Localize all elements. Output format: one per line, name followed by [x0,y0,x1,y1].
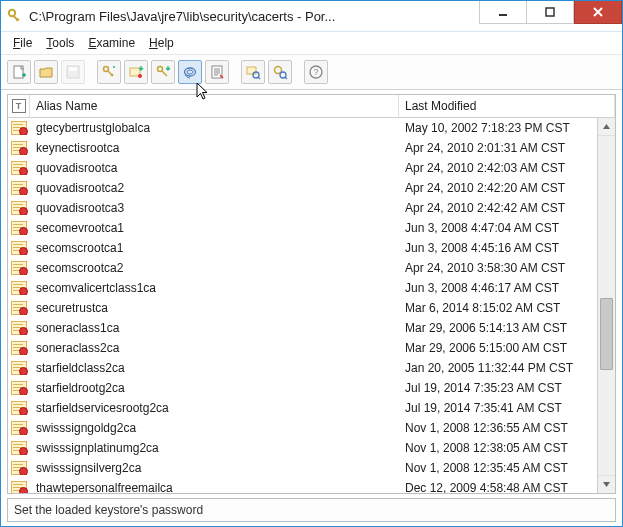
modified-cell: Mar 6, 2014 8:15:02 AM CST [399,301,615,315]
modified-cell: Mar 29, 2006 5:15:00 AM CST [399,341,615,355]
table-row[interactable]: soneraclass2caMar 29, 2006 5:15:00 AM CS… [8,338,615,358]
modified-cell: Apr 24, 2010 2:42:42 AM CST [399,201,615,215]
maximize-button[interactable] [526,1,574,24]
entry-icon [8,321,30,335]
set-password-button[interactable] [178,60,202,84]
vertical-scrollbar[interactable] [597,118,615,493]
entry-icon [8,361,30,375]
table-row[interactable]: soneraclass1caMar 29, 2006 5:14:13 AM CS… [8,318,615,338]
svg-point-13 [185,68,196,76]
save-keystore-button[interactable] [61,60,85,84]
keystore-report-button[interactable] [205,60,229,84]
certificate-icon [11,441,27,455]
modified-cell: Nov 1, 2008 12:38:05 AM CST [399,441,615,455]
table-row[interactable]: secomvalicertclass1caJun 3, 2008 4:46:17… [8,278,615,298]
entry-icon [8,121,30,135]
new-keystore-button[interactable] [7,60,31,84]
modified-cell: Dec 12, 2009 4:58:48 AM CST [399,481,615,493]
alias-cell: quovadisrootca2 [30,181,399,195]
certificate-icon [11,361,27,375]
svg-point-12 [158,67,163,72]
table-row[interactable]: starfieldrootg2caJul 19, 2014 7:35:23 AM… [8,378,615,398]
certificate-icon [11,401,27,415]
entry-icon [8,421,30,435]
svg-rect-5 [14,66,23,78]
column-modified[interactable]: Last Modified [399,95,615,117]
menu-file[interactable]: File [7,34,38,52]
status-bar: Set the loaded keystore's password [7,498,616,522]
menu-tools[interactable]: Tools [40,34,80,52]
alias-cell: quovadisrootca3 [30,201,399,215]
keystore-table: T Alias Name Last Modified gtecybertrust… [7,94,616,494]
certificate-icon [11,241,27,255]
alias-cell: swisssignplatinumg2ca [30,441,399,455]
table-row[interactable]: starfieldservicesrootg2caJul 19, 2014 7:… [8,398,615,418]
generate-keypair-button[interactable] [97,60,121,84]
column-type[interactable]: T [8,95,30,117]
entry-icon [8,281,30,295]
import-trusted-cert-button[interactable] [124,60,148,84]
scroll-thumb[interactable] [600,298,613,370]
table-header: T Alias Name Last Modified [8,95,615,118]
table-row[interactable]: secomevrootca1Jun 3, 2008 4:47:04 AM CST [8,218,615,238]
open-keystore-button[interactable] [34,60,58,84]
alias-cell: secomscrootca1 [30,241,399,255]
svg-rect-3 [499,14,507,16]
entry-icon [8,241,30,255]
certificate-icon [11,161,27,175]
table-row[interactable]: quovadisrootca3Apr 24, 2010 2:42:42 AM C… [8,198,615,218]
title-bar: C:\Program Files\Java\jre7\lib\security\… [1,1,622,32]
menu-examine[interactable]: Examine [82,34,141,52]
table-row[interactable]: thawtepersonalfreemailcaDec 12, 2009 4:5… [8,478,615,493]
table-row[interactable]: quovadisrootca2Apr 24, 2010 2:42:20 AM C… [8,178,615,198]
svg-point-14 [187,70,193,74]
examine-cert-button[interactable] [241,60,265,84]
alias-cell: starfieldservicesrootg2ca [30,401,399,415]
svg-rect-7 [69,67,77,71]
status-text: Set the loaded keystore's password [14,503,203,517]
scroll-up-icon[interactable] [598,118,615,136]
modified-cell: Jul 19, 2014 7:35:23 AM CST [399,381,615,395]
table-row[interactable]: securetrustcaMar 6, 2014 8:15:02 AM CST [8,298,615,318]
table-row[interactable]: swisssignplatinumg2caNov 1, 2008 12:38:0… [8,438,615,458]
table-row[interactable]: gtecybertrustglobalcaMay 10, 2002 7:18:2… [8,118,615,138]
close-button[interactable] [574,1,622,24]
table-row[interactable]: swisssigngoldg2caNov 1, 2008 12:36:55 AM… [8,418,615,438]
certificate-icon [11,381,27,395]
modified-cell: Apr 24, 2010 3:58:30 AM CST [399,261,615,275]
alias-cell: gtecybertrustglobalca [30,121,399,135]
alias-cell: securetrustca [30,301,399,315]
certificate-icon [11,181,27,195]
window-controls [479,1,622,23]
column-alias[interactable]: Alias Name [30,95,399,117]
certificate-icon [11,121,27,135]
table-row[interactable]: keynectisrootcaApr 24, 2010 2:01:31 AM C… [8,138,615,158]
alias-cell: starfieldclass2ca [30,361,399,375]
modified-cell: Nov 1, 2008 12:35:45 AM CST [399,461,615,475]
modified-cell: Apr 24, 2010 2:01:31 AM CST [399,141,615,155]
certificate-icon [11,221,27,235]
import-keypair-button[interactable] [151,60,175,84]
entry-icon [8,301,30,315]
scroll-down-icon[interactable] [598,475,615,493]
menu-help[interactable]: Help [143,34,180,52]
table-row[interactable]: starfieldclass2caJan 20, 2005 11:32:44 P… [8,358,615,378]
modified-cell: Apr 24, 2010 2:42:20 AM CST [399,181,615,195]
modified-cell: Nov 1, 2008 12:36:55 AM CST [399,421,615,435]
modified-cell: Jun 3, 2008 4:45:16 AM CST [399,241,615,255]
modified-cell: Jul 19, 2014 7:35:41 AM CST [399,401,615,415]
certificate-icon [11,321,27,335]
alias-cell: quovadisrootca [30,161,399,175]
table-row[interactable]: secomscrootca2Apr 24, 2010 3:58:30 AM CS… [8,258,615,278]
modified-cell: Mar 29, 2006 5:14:13 AM CST [399,321,615,335]
table-row[interactable]: swisssignsilverg2caNov 1, 2008 12:35:45 … [8,458,615,478]
table-body: gtecybertrustglobalcaMay 10, 2002 7:18:2… [8,118,615,493]
svg-text:?: ? [313,67,318,77]
help-button[interactable]: ? [304,60,328,84]
examine-ssl-button[interactable] [268,60,292,84]
table-row[interactable]: secomscrootca1Jun 3, 2008 4:45:16 AM CST [8,238,615,258]
table-row[interactable]: quovadisrootcaApr 24, 2010 2:42:03 AM CS… [8,158,615,178]
certificate-icon [11,341,27,355]
minimize-button[interactable] [479,1,526,24]
entry-icon [8,161,30,175]
